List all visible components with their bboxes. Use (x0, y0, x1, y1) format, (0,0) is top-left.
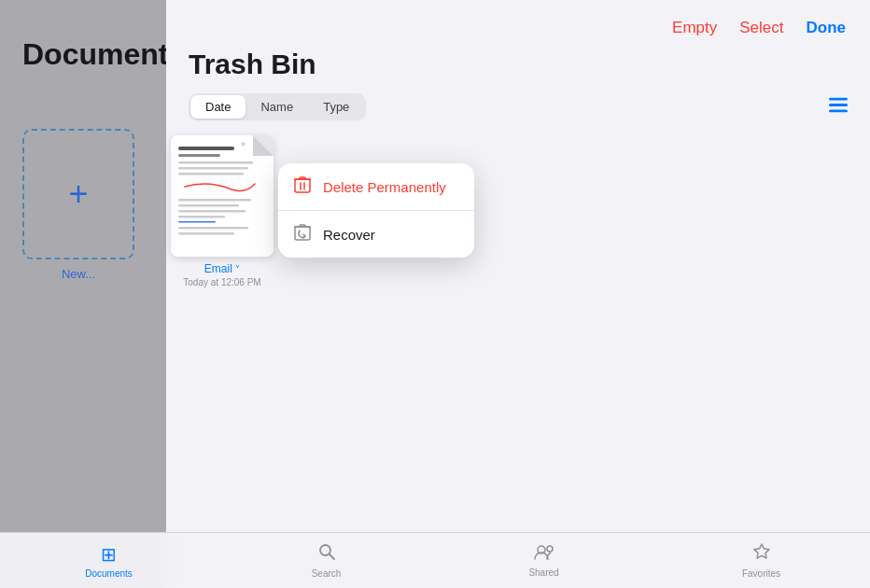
svg-rect-17 (178, 221, 216, 223)
trash-header: Empty Select Done Trash Bin (166, 0, 870, 93)
tab-favorites[interactable]: Favorites (729, 542, 794, 579)
tab-bar: ⊞ Documents Search Shared Favor (0, 532, 870, 588)
sort-tabs: Date Name Type (189, 93, 366, 120)
sort-tab-name[interactable]: Name (246, 95, 308, 119)
document-date: Today at 12:06 PM (183, 277, 260, 287)
trash-icon (293, 175, 312, 198)
tab-favorites-label: Favorites (742, 568, 780, 579)
sort-bar: Date Name Type (166, 93, 870, 120)
svg-rect-14 (178, 204, 239, 207)
empty-button[interactable]: Empty (670, 15, 719, 41)
tab-search[interactable]: Search (294, 542, 359, 579)
svg-rect-16 (178, 216, 225, 218)
dropdown-arrow-icon: ˅ (235, 264, 240, 274)
svg-text:★: ★ (240, 140, 246, 148)
tab-search-label: Search (312, 568, 342, 579)
svg-rect-12 (178, 173, 244, 175)
svg-rect-8 (178, 147, 234, 150)
shared-icon (534, 543, 554, 565)
trash-modal: Empty Select Done Trash Bin Date Name Ty… (166, 0, 870, 588)
svg-point-27 (320, 545, 330, 555)
recover-label: Recover (323, 227, 375, 243)
trash-title: Trash Bin (189, 49, 848, 80)
svg-rect-18 (178, 227, 248, 230)
trash-content: ★ Email ˅ Today at 12:06 PM (166, 135, 870, 588)
delete-permanently-label: Delete Permanently (323, 179, 446, 195)
sort-tab-date[interactable]: Date (190, 95, 246, 119)
recover-icon (293, 223, 312, 245)
svg-rect-2 (829, 97, 848, 100)
svg-rect-21 (295, 179, 310, 192)
svg-rect-4 (829, 109, 848, 112)
svg-point-30 (547, 546, 553, 552)
svg-rect-15 (178, 210, 246, 213)
svg-rect-13 (178, 199, 251, 202)
favorites-icon (752, 542, 771, 566)
document-name[interactable]: Email ˅ (204, 262, 240, 275)
tab-shared[interactable]: Shared (512, 543, 577, 578)
svg-rect-11 (178, 167, 248, 170)
list-view-icon[interactable] (829, 97, 848, 117)
tab-documents[interactable]: ⊞ Documents (77, 543, 142, 579)
tab-shared-label: Shared (528, 567, 558, 578)
trash-top-bar: Empty Select Done (189, 15, 848, 41)
select-button[interactable]: Select (737, 15, 785, 41)
search-icon (317, 542, 336, 566)
tab-documents-label: Documents (85, 568, 133, 579)
sort-tab-type[interactable]: Type (308, 95, 364, 119)
context-menu: Delete Permanently Recover (278, 163, 474, 258)
svg-line-28 (330, 554, 334, 559)
svg-rect-10 (178, 161, 253, 164)
document-item[interactable]: ★ Email ˅ Today at 12:06 PM (166, 135, 278, 287)
svg-rect-3 (829, 104, 848, 106)
svg-rect-19 (178, 232, 234, 235)
documents-icon: ⊞ (101, 543, 117, 566)
svg-rect-9 (178, 154, 220, 157)
document-thumbnail[interactable]: ★ (171, 135, 274, 257)
recover-button[interactable]: Recover (278, 211, 474, 258)
delete-permanently-button[interactable]: Delete Permanently (278, 163, 474, 211)
done-button[interactable]: Done (805, 15, 849, 41)
